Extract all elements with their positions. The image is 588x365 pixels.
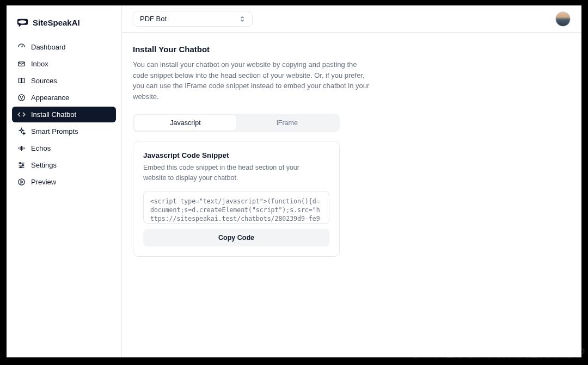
tab-javascript[interactable]: Javascript [134,115,236,131]
gauge-icon [17,43,26,51]
sidebar-item-label: Install Chatbot [31,110,76,119]
brand-logo[interactable]: SiteSpeakAI [12,15,116,39]
speech-bubble-icon [16,17,28,27]
project-selector[interactable]: PDF Bot [133,11,253,27]
sidebar-item-inbox[interactable]: Inbox [12,56,116,72]
brand-name: SiteSpeakAI [33,18,80,27]
snippet-card: Javascript Code Snippet Embed this code … [133,141,340,257]
svg-point-0 [19,20,27,23]
sidebar-item-label: Preview [31,178,56,186]
sidebar-item-label: Echos [31,144,51,152]
sidebar-item-dashboard[interactable]: Dashboard [12,39,116,55]
topbar: PDF Bot [122,5,581,33]
svg-point-3 [20,97,21,97]
copy-code-button[interactable]: Copy Code [143,229,329,246]
sidebar-item-appearance[interactable]: Appearance [12,90,116,106]
sidebar-item-label: Sources [31,77,57,85]
palette-icon [17,94,26,102]
code-snippet[interactable]: <script type="text/javascript">(function… [143,191,329,224]
page-title: Install Your Chatbot [133,45,571,54]
mail-icon [17,60,26,68]
card-description: Embed this code snippet in the head sect… [143,163,317,183]
sliders-icon [17,161,26,169]
sound-wave-icon [17,144,26,152]
sidebar-item-install-chatbot[interactable]: Install Chatbot [12,107,116,122]
sidebar-item-sources[interactable]: Sources [12,73,116,89]
project-selector-value: PDF Bot [140,15,167,23]
sidebar-item-label: Smart Prompts [31,127,78,135]
play-circle-icon [17,178,26,186]
sidebar-item-echos[interactable]: Echos [12,140,116,156]
svg-point-5 [21,98,22,99]
code-icon [17,110,26,119]
svg-point-4 [22,97,23,97]
sidebar-item-label: Inbox [31,60,48,68]
tabs: Javascript iFrame [133,114,340,132]
sidebar-item-label: Appearance [31,94,69,102]
book-icon [17,77,26,85]
sparkles-icon [17,127,26,135]
page-description: You can install your chatbot on your web… [133,59,372,102]
sidebar-item-smart-prompts[interactable]: Smart Prompts [12,123,116,139]
sidebar-item-label: Settings [31,161,57,169]
main-area: PDF Bot Install Your Chatbot You can ins… [122,5,581,357]
sidebar-item-preview[interactable]: Preview [12,174,116,190]
app-frame: SiteSpeakAI Dashboard Inbox Sources Appe [7,5,581,357]
sidebar: SiteSpeakAI Dashboard Inbox Sources Appe [7,5,122,357]
user-avatar[interactable] [555,11,571,27]
svg-point-9 [19,179,24,185]
sidebar-item-label: Dashboard [31,43,66,51]
tab-iframe[interactable]: iFrame [236,115,338,131]
svg-point-2 [19,95,24,101]
tab-label: Javascript [170,119,200,127]
chevron-up-down-icon [239,16,246,22]
tab-label: iFrame [277,119,298,127]
content: Install Your Chatbot You can install you… [122,33,581,269]
sidebar-item-settings[interactable]: Settings [12,157,116,173]
card-title: Javascript Code Snippet [143,151,329,159]
